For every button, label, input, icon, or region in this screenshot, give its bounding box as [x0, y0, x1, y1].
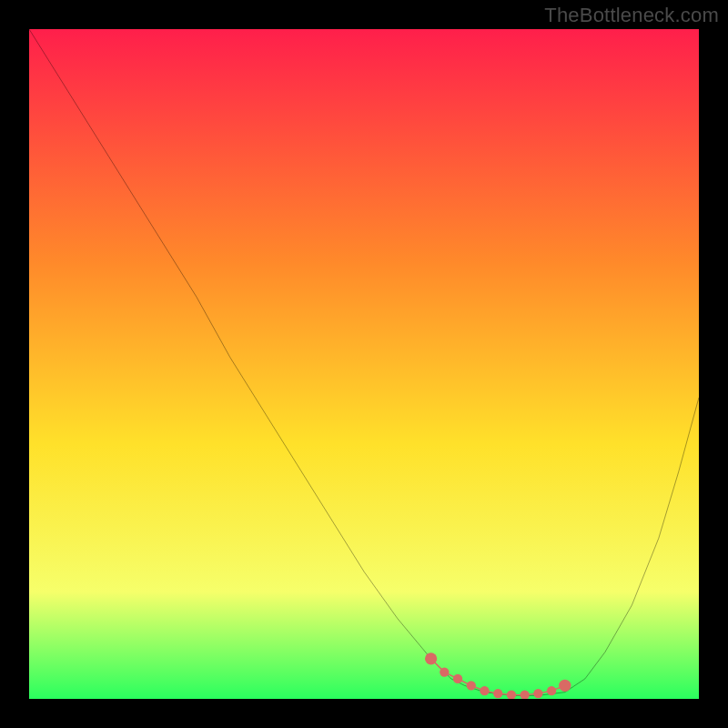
highlight-dot: [533, 689, 542, 698]
bottleneck-chart: [29, 29, 699, 699]
highlight-dot: [453, 674, 462, 683]
highlight-dot: [440, 667, 449, 676]
highlight-dot: [547, 686, 556, 695]
highlight-dot: [480, 686, 489, 695]
highlight-dot: [425, 652, 437, 664]
highlight-dot: [559, 680, 571, 692]
gradient-background: [29, 29, 699, 699]
highlight-dot: [493, 689, 502, 698]
chart-frame: TheBottleneck.com: [0, 0, 728, 728]
highlight-dot: [467, 681, 476, 690]
watermark-text: TheBottleneck.com: [544, 4, 719, 27]
